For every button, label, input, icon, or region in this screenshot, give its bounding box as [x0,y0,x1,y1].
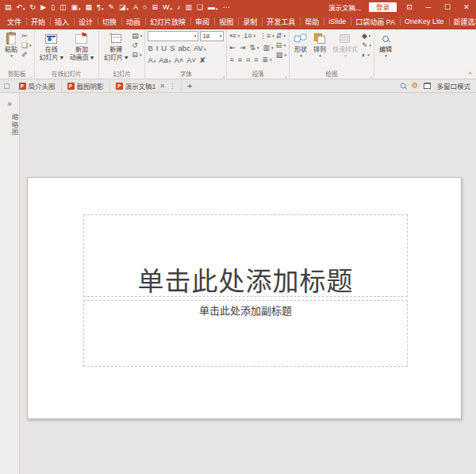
layout-button[interactable]: ▤▾ [132,33,142,40]
minimize-icon[interactable]: ─ [419,0,438,14]
ribbon-display-options-icon[interactable]: ⊡ [400,0,419,14]
ribbon-tab[interactable]: 审阅 [190,14,214,29]
drawing-dialog-launcher-icon[interactable]: ⌟ [370,72,372,78]
new-animation-page-button[interactable]: 新加 动画页 ▾ [67,31,96,63]
font-color-icon[interactable]: A [133,4,138,11]
section-button[interactable]: ⊟▾ [132,52,142,59]
sign-in-button[interactable]: 登录 [369,2,397,12]
char-spacing-button[interactable]: AV▾ [194,44,205,52]
font-dialog-launcher-icon[interactable]: ⌟ [223,72,225,78]
paragraph-marks-icon[interactable]: ¶▾ [97,4,103,11]
multi-window-icon[interactable] [424,83,431,89]
clipboard-dialog-launcher-icon[interactable]: ⌟ [30,72,33,78]
bold-button[interactable]: B [148,44,152,52]
maximize-icon[interactable]: ☐ [438,0,457,14]
quick-styles-button[interactable]: 快速样式 ▾ [330,31,360,59]
tab-close-icon[interactable]: ✕ [159,83,165,90]
ink-pens-icon[interactable]: W▾ [163,4,172,11]
highlight-icon[interactable]: ◪▾ [119,4,129,11]
decrease-indent-button[interactable]: ⇤ [229,44,236,52]
thumbnail-pane-label[interactable]: 缩略图 [0,114,19,137]
slide-canvas[interactable]: 单击此处添加标题 单击此处添加副标题 [27,177,462,419]
circle-shape-icon[interactable]: ○ [143,4,147,11]
document-tab[interactable]: P 演示文稿1 ✕ ⋮ [110,79,182,92]
close-icon[interactable]: ✕ [457,0,476,14]
ribbon-tab[interactable]: 开发工具 [262,14,300,29]
borders-icon[interactable]: ⊞ [152,4,158,11]
layout-options-icon[interactable]: ▬▾ [208,4,218,11]
expand-pane-icon[interactable]: » [0,93,19,108]
collapse-ribbon-icon[interactable]: ˄ [468,70,472,77]
align-right-button[interactable]: ≡ [246,56,250,64]
shape-outline-button[interactable]: ✎▾ [362,42,371,49]
document-icon[interactable]: ▢ [0,79,13,92]
columns-button[interactable]: ▥▾ [263,44,274,52]
cut-button[interactable]: ✂ [21,33,32,40]
sound-icon[interactable]: ♪ [177,4,181,11]
text-shadow-button[interactable]: S [170,44,175,52]
italic-button[interactable]: I [156,44,159,52]
ribbon-tab[interactable]: 幻灯片放映 [145,14,190,29]
editing-button[interactable]: 编辑 ▾ [377,31,394,59]
ribbon-tab[interactable]: 文件 [2,14,26,29]
new-tab-button[interactable]: + [182,79,198,92]
line-spacing-button[interactable]: ⇅▾ [249,44,259,52]
multi-window-mode-button[interactable]: 多窗口模式 [436,81,470,91]
pages-icon[interactable]: ❏ [197,4,203,11]
font-family-combo[interactable]: ▾ [148,31,198,41]
shapes-button[interactable]: 形状 ▾ [292,31,309,59]
underline-button[interactable]: U [161,44,167,52]
print-preview-icon[interactable]: ◫ [60,4,67,11]
document-tab[interactable]: P 简介头图 [13,79,62,92]
pen-icon[interactable]: ✎ [108,4,114,11]
copy-button[interactable]: ❏▾ [21,42,32,49]
slideshow-icon[interactable]: ▶ [40,4,46,11]
paste-button[interactable]: 粘贴 ▾ [2,31,20,59]
reset-button[interactable]: ↺ [132,42,142,49]
ribbon-tab[interactable]: 动画 [121,14,145,29]
text-direction-button[interactable]: ⇵▾ [276,33,286,40]
grow-font-button[interactable]: A˄ [174,56,183,64]
ribbon-tab[interactable]: iSlide [324,14,351,29]
document-tab[interactable]: P 截图阴影 [62,79,110,92]
copy-icon[interactable]: ▣▾ [71,4,81,11]
duplicate-icon[interactable]: ▥ [186,4,193,11]
undo-icon[interactable]: ↶▾ [17,4,25,11]
table-icon[interactable]: ▦ [86,4,93,11]
ribbon-tab[interactable]: OneKey Lite [400,14,449,29]
numbering-button[interactable]: 1≡▾ [244,33,255,40]
change-case-button[interactable]: Aa▾ [159,56,171,64]
multilevel-list-button[interactable]: ⋮≡▾ [259,33,274,40]
smartart-convert-button[interactable]: ▧▾ [276,52,286,59]
ribbon-tab[interactable]: 开始 [26,14,50,29]
gear-icon[interactable]: ⚙ [412,82,419,90]
align-text-button[interactable]: ⊟▾ [276,42,286,49]
shape-effects-button[interactable]: ◐▾ [362,52,371,59]
ribbon-tab[interactable]: 录制 [238,14,262,29]
tab-menu-icon[interactable]: ⋮ [169,83,175,90]
subtitle-placeholder[interactable]: 单击此处添加副标题 [83,300,408,367]
ribbon-tab[interactable]: 视图 [214,14,238,29]
format-painter-button[interactable]: ✐ [21,52,32,59]
ribbon-tab[interactable]: 帮助 [300,14,324,29]
ribbon-tab[interactable]: 设计 [74,14,98,29]
save-icon[interactable]: ▤ [5,4,12,11]
title-placeholder[interactable]: 单击此处添加标题 [83,214,408,297]
strikethrough-button[interactable]: abc [178,44,190,52]
new-slide-button[interactable]: 新建 幻灯片 ▾ [102,31,130,63]
redo-icon[interactable]: ↻ [30,4,36,11]
shrink-font-button[interactable]: A˅ [186,56,196,64]
paragraph-dialog-launcher-icon[interactable]: ⌟ [285,72,287,78]
justify-button[interactable]: ≡ [254,56,258,64]
distribute-button[interactable]: ≣▾ [262,56,271,64]
arrange-button[interactable]: 排列 ▾ [311,31,328,59]
clear-formatting-button[interactable]: ✘ [199,56,205,64]
more-commands-icon[interactable]: ⋯ [223,4,230,11]
align-left-button[interactable]: ≡ [229,56,233,64]
increase-indent-button[interactable]: ⇥ [240,44,246,52]
bullets-button[interactable]: •≡▾ [229,33,240,40]
search-icon[interactable] [400,83,405,89]
font-color-button[interactable]: A▾ [148,56,155,64]
font-size-combo[interactable]: 18▾ [200,31,224,41]
shape-fill-button[interactable]: ◆▾ [362,33,371,40]
